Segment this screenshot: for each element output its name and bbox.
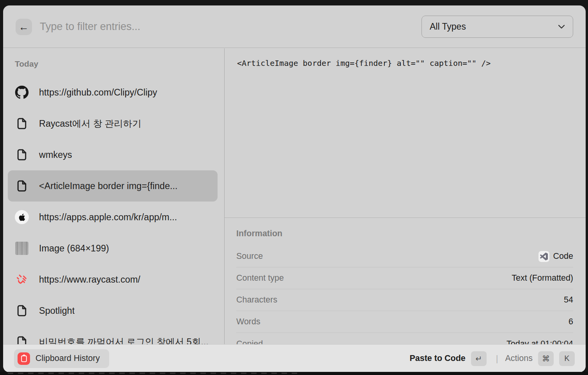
list-item-label: 비밀번호를 까먹어서 로그인 창에서 5회... xyxy=(39,336,209,344)
back-button[interactable]: ← xyxy=(16,19,32,35)
list-item-label: https://github.com/Clipy/Clipy xyxy=(39,87,157,98)
document-icon xyxy=(15,179,29,193)
footer-separator: | xyxy=(496,354,498,364)
document-icon xyxy=(15,304,29,318)
clipboard-history-icon xyxy=(18,352,30,365)
list-item-label: Spotlight xyxy=(39,306,74,316)
raycast-icon xyxy=(15,272,29,287)
info-row-copied: Copied Today at 01:00:04 xyxy=(236,333,573,344)
entry-list: https://github.com/Clipy/Clipy Raycast에서… xyxy=(3,77,224,344)
apple-icon xyxy=(15,210,29,224)
return-key-icon[interactable]: ↵ xyxy=(471,351,487,366)
type-filter-value: All Types xyxy=(430,21,466,32)
list-item[interactable]: https://www.raycast.com/ xyxy=(3,264,224,295)
list-item-label: wmkeys xyxy=(39,150,72,160)
search-input[interactable]: Type to filter entries... xyxy=(40,5,140,48)
clipboard-history-window: ← Type to filter entries... All Types To… xyxy=(3,5,586,372)
list-item-label: Raycast에서 창 관리하기 xyxy=(39,117,141,130)
info-row-words: Words 6 xyxy=(236,311,573,333)
background-window-sliver xyxy=(0,372,588,375)
header: ← Type to filter entries... All Types xyxy=(3,5,586,48)
document-icon xyxy=(15,148,29,162)
footer-bar: Clipboard History Paste to Code ↵ | Acti… xyxy=(3,344,586,372)
list-item[interactable]: Raycast에서 창 관리하기 xyxy=(3,108,224,139)
app-label: Clipboard History xyxy=(35,354,100,363)
chevron-down-icon xyxy=(558,25,565,29)
list-item-label: Image (684×199) xyxy=(39,243,109,254)
image-thumbnail-icon xyxy=(15,241,29,255)
source-value: Code xyxy=(538,251,573,262)
list-item-label: https://apps.apple.com/kr/app/m... xyxy=(39,212,177,223)
list-item[interactable]: 비밀번호를 까먹어서 로그인 창에서 5회... xyxy=(3,326,224,344)
app-pill[interactable]: Clipboard History xyxy=(14,349,109,368)
list-item[interactable]: Image (684×199) xyxy=(3,233,224,264)
list-item[interactable]: https://github.com/Clipy/Clipy xyxy=(3,77,224,108)
actions-button[interactable]: Actions xyxy=(505,354,533,363)
information-title: Information xyxy=(236,229,586,239)
info-row-content-type: Content type Text (Formatted) xyxy=(236,267,573,289)
list-item[interactable]: Spotlight xyxy=(3,295,224,326)
footer-actions: Paste to Code ↵ | Actions ⌘ K xyxy=(409,351,575,366)
vscode-icon xyxy=(538,251,549,262)
document-icon xyxy=(15,335,29,344)
list-item[interactable]: wmkeys xyxy=(3,139,224,170)
type-filter-dropdown[interactable]: All Types xyxy=(422,16,573,38)
clipboard-content-preview: <ArticleImage border img={finder} alt=""… xyxy=(237,58,578,68)
command-key-icon[interactable]: ⌘ xyxy=(538,351,554,366)
list-item-selected[interactable]: <ArticleImage border img={finde... xyxy=(8,170,218,202)
github-icon xyxy=(15,85,29,99)
info-row-characters: Characters 54 xyxy=(236,289,573,311)
info-row-source: Source Code xyxy=(236,246,573,267)
list-item-label: <ArticleImage border img={finde... xyxy=(39,181,177,191)
list-item-label: https://www.raycast.com/ xyxy=(39,274,140,285)
paste-to-code-button[interactable]: Paste to Code xyxy=(409,354,465,363)
section-title-today: Today xyxy=(15,59,224,69)
back-arrow-icon: ← xyxy=(19,22,29,32)
detail-panel: <ArticleImage border img={finder} alt=""… xyxy=(225,48,586,344)
information-section: Information Source Code Content type Tex… xyxy=(225,218,586,344)
body: Today https://github.com/Clipy/Clipy Ray… xyxy=(3,48,586,344)
entry-list-panel: Today https://github.com/Clipy/Clipy Ray… xyxy=(3,48,224,344)
document-icon xyxy=(15,117,29,131)
list-item[interactable]: https://apps.apple.com/kr/app/m... xyxy=(3,202,224,233)
k-key-icon[interactable]: K xyxy=(559,351,575,366)
